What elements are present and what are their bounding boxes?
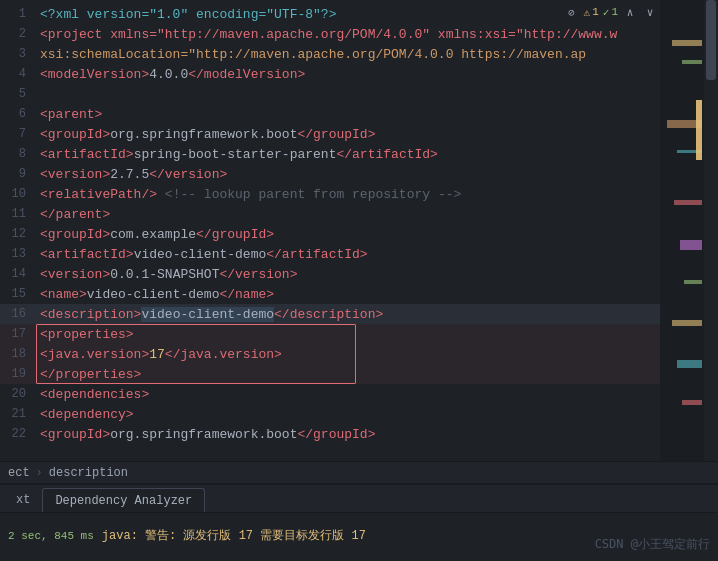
line-content: <version>0.0.1-SNAPSHOT</version>	[36, 267, 652, 282]
line-content: <?xml version="1.0" encoding="UTF-8"?>	[36, 7, 652, 22]
line-number: 7	[0, 127, 36, 141]
editor-toolbar: ⊘ ⚠ 1 ✓ 1 ∧ ∨	[564, 4, 658, 20]
line-content: xsi:schemaLocation="http://maven.apache.…	[36, 47, 652, 62]
line-content: <relativePath/> <!-- lookup parent from …	[36, 187, 652, 202]
warning-badge: ⚠ 1	[584, 6, 599, 19]
line-number: 3	[0, 47, 36, 61]
line-content: <artifactId>spring-boot-starter-parent</…	[36, 147, 652, 162]
tool-tabs: xtDependency Analyzer	[0, 485, 718, 513]
code-line: 4 <modelVersion>4.0.0</modelVersion>	[0, 64, 660, 84]
line-content: <description>video-client-demo</descript…	[36, 307, 652, 322]
code-line: 18 <java.version>17</java.version>	[0, 344, 660, 364]
minimap-block	[680, 240, 702, 250]
warning-icon: ⚠	[584, 6, 591, 19]
code-line: 13 <artifactId>video-client-demo</artifa…	[0, 244, 660, 264]
breadcrumb-bar: ect › description	[0, 461, 718, 483]
minimap-block	[677, 360, 702, 368]
code-line: 3 xsi:schemaLocation="http://maven.apach…	[0, 44, 660, 64]
line-content: <java.version>17</java.version>	[36, 347, 652, 362]
line-content: </properties>	[36, 367, 652, 382]
tool-tab[interactable]: xt	[4, 488, 42, 512]
code-line: 19 </properties>	[0, 364, 660, 384]
chevron-up-icon[interactable]: ∧	[622, 4, 638, 20]
minimap-marker	[696, 100, 702, 160]
line-number: 19	[0, 367, 36, 381]
line-number: 10	[0, 187, 36, 201]
ok-badge: ✓ 1	[603, 6, 618, 19]
line-content: <dependency>	[36, 407, 652, 422]
code-line: 2<project xmlns="http://maven.apache.org…	[0, 24, 660, 44]
code-line: 22 <groupId>org.springframework.boot</gr…	[0, 424, 660, 444]
code-line: 1<?xml version="1.0" encoding="UTF-8"?>	[0, 4, 660, 24]
line-number: 21	[0, 407, 36, 421]
code-line: 15 <name>video-client-demo</name>	[0, 284, 660, 304]
minimap-block	[682, 400, 702, 405]
line-number: 2	[0, 27, 36, 41]
code-line: 16 <description>video-client-demo</descr…	[0, 304, 660, 324]
line-content: </parent>	[36, 207, 652, 222]
code-line: 20 <dependencies>	[0, 384, 660, 404]
line-content: <name>video-client-demo</name>	[36, 287, 652, 302]
line-content: <modelVersion>4.0.0</modelVersion>	[36, 67, 652, 82]
line-number: 6	[0, 107, 36, 121]
line-number: 8	[0, 147, 36, 161]
line-content: <properties>	[36, 327, 652, 342]
line-content: <version>2.7.5</version>	[36, 167, 652, 182]
line-number: 12	[0, 227, 36, 241]
line-content: <parent>	[36, 107, 652, 122]
code-line: 9 <version>2.7.5</version>	[0, 164, 660, 184]
line-number: 5	[0, 87, 36, 101]
minimap-block	[674, 200, 702, 205]
code-line: 10 <relativePath/> <!-- lookup parent fr…	[0, 184, 660, 204]
line-number: 4	[0, 67, 36, 81]
chevron-down-icon[interactable]: ∨	[642, 4, 658, 20]
breadcrumb-item-2[interactable]: description	[49, 466, 128, 480]
code-line: 5	[0, 84, 660, 104]
line-content: <groupId>org.springframework.boot</group…	[36, 427, 652, 442]
line-number: 9	[0, 167, 36, 181]
code-content: 1<?xml version="1.0" encoding="UTF-8"?>2…	[0, 0, 660, 461]
line-number: 18	[0, 347, 36, 361]
line-content: <artifactId>video-client-demo</artifactI…	[36, 247, 652, 262]
breadcrumb-item-1[interactable]: ect	[8, 466, 30, 480]
code-line: 14 <version>0.0.1-SNAPSHOT</version>	[0, 264, 660, 284]
ok-count: 1	[611, 6, 618, 18]
minimap-block	[684, 280, 702, 284]
code-line: 8 <artifactId>spring-boot-starter-parent…	[0, 144, 660, 164]
minimap[interactable]	[660, 0, 704, 461]
tool-tab[interactable]: Dependency Analyzer	[42, 488, 205, 512]
line-number: 1	[0, 7, 36, 21]
line-content	[36, 87, 652, 102]
code-line: 21 <dependency>	[0, 404, 660, 424]
editor-area[interactable]: 1<?xml version="1.0" encoding="UTF-8"?>2…	[0, 0, 718, 461]
code-line: 7 <groupId>org.springframework.boot</gro…	[0, 124, 660, 144]
line-number: 16	[0, 307, 36, 321]
line-number: 22	[0, 427, 36, 441]
minimap-block	[672, 320, 702, 326]
line-content: <dependencies>	[36, 387, 652, 402]
warning-count: 1	[592, 6, 599, 18]
code-line: 17 <properties>	[0, 324, 660, 344]
line-content: <project xmlns="http://maven.apache.org/…	[36, 27, 652, 42]
code-line: 6 <parent>	[0, 104, 660, 124]
disable-icon[interactable]: ⊘	[564, 4, 580, 20]
code-line: 11 </parent>	[0, 204, 660, 224]
line-number: 20	[0, 387, 36, 401]
warning-message: java: 警告: 源发行版 17 需要目标发行版 17	[102, 527, 366, 544]
line-number: 14	[0, 267, 36, 281]
line-number: 13	[0, 247, 36, 261]
line-content: <groupId>org.springframework.boot</group…	[36, 127, 652, 142]
minimap-block	[672, 40, 702, 46]
line-number: 11	[0, 207, 36, 221]
breadcrumb-separator: ›	[36, 466, 43, 480]
scrollbar[interactable]	[704, 0, 718, 461]
line-number: 17	[0, 327, 36, 341]
minimap-block	[682, 60, 702, 64]
watermark: CSDN @小王驾定前行	[595, 536, 710, 553]
line-content: <groupId>com.example</groupId>	[36, 227, 652, 242]
line-number: 15	[0, 287, 36, 301]
code-line: 12 <groupId>com.example</groupId>	[0, 224, 660, 244]
status-time: 2 sec, 845 ms	[8, 530, 94, 542]
ok-icon: ✓	[603, 6, 610, 19]
